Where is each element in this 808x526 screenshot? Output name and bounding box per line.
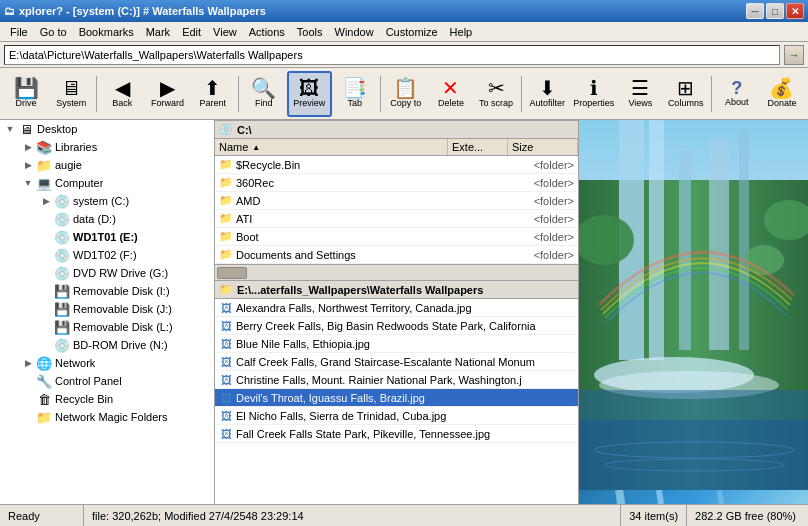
tree-item-data-d[interactable]: 💿 data (D:): [0, 210, 214, 228]
tree-item-wd1t01[interactable]: 💿 WD1T01 (E:): [0, 228, 214, 246]
properties-label: Properties: [573, 99, 614, 109]
toolbar-copyto[interactable]: 📋 Copy to: [384, 71, 428, 117]
img-icon: 🖼: [219, 391, 233, 405]
views-label: Views: [628, 99, 652, 109]
toolbar-columns[interactable]: ⊞ Columns: [664, 71, 708, 117]
toolbar-views[interactable]: ☰ Views: [618, 71, 662, 117]
expand-data-d: [38, 211, 54, 227]
menu-view[interactable]: View: [207, 24, 243, 40]
tree-item-augie[interactable]: ▶ 📁 augie: [0, 156, 214, 174]
col-size-header[interactable]: Size: [508, 139, 578, 155]
tree-item-network-magic[interactable]: 📁 Network Magic Folders: [0, 408, 214, 426]
augie-label: augie: [55, 159, 82, 171]
file-row-christine[interactable]: 🖼 Christine Falls, Mount. Rainier Nation…: [215, 371, 578, 389]
menu-help[interactable]: Help: [444, 24, 479, 40]
close-button[interactable]: ✕: [786, 3, 804, 19]
root-hscroll[interactable]: [215, 264, 578, 280]
address-input[interactable]: [4, 45, 780, 65]
file-row-fallcreek[interactable]: 🖼 Fall Creek Falls State Park, Pikeville…: [215, 425, 578, 443]
parent-icon: ⬆: [204, 78, 221, 98]
file-row-360rec[interactable]: 📁 360Rec <folder>: [215, 174, 578, 192]
expand-augie: ▶: [20, 157, 36, 173]
tree-item-desktop[interactable]: ▼ 🖥 Desktop: [0, 120, 214, 138]
toolbar-donate[interactable]: 💰 Donate: [760, 71, 804, 117]
file-row-amd[interactable]: 📁 AMD <folder>: [215, 192, 578, 210]
address-go-button[interactable]: →: [784, 45, 804, 65]
menu-window[interactable]: Window: [329, 24, 380, 40]
folder-icon: 📁: [219, 158, 233, 172]
network-magic-icon: 📁: [36, 409, 52, 425]
col-name-header[interactable]: Name ▲: [215, 139, 448, 155]
img-icon: 🖼: [219, 427, 233, 441]
toolbar-about[interactable]: ? About: [715, 71, 759, 117]
file-row-recyclebin[interactable]: 📁 $Recycle.Bin <folder>: [215, 156, 578, 174]
toolbar-preview[interactable]: 🖼 Preview: [287, 71, 332, 117]
toolbar-delete[interactable]: ✕ Delete: [429, 71, 473, 117]
file-row-devils-throat[interactable]: 🖼 Devil's Throat, Iguassu Falls, Brazil.…: [215, 389, 578, 407]
expand-system-c: ▶: [38, 193, 54, 209]
about-icon: ?: [731, 79, 742, 97]
tree-item-control-panel[interactable]: 🔧 Control Panel: [0, 372, 214, 390]
toolbar-parent[interactable]: ⬆ Parent: [191, 71, 235, 117]
toolbar-back[interactable]: ◀ Back: [100, 71, 144, 117]
tree-item-libraries[interactable]: ▶ 📚 Libraries: [0, 138, 214, 156]
menu-bookmarks[interactable]: Bookmarks: [73, 24, 140, 40]
wd1t02-icon: 💿: [54, 247, 70, 263]
toolbar-system[interactable]: 🖥 System: [49, 71, 93, 117]
forward-label: Forward: [151, 99, 184, 109]
toolbar-forward[interactable]: ▶ Forward: [145, 71, 189, 117]
recycle-icon: 🗑: [36, 391, 52, 407]
libraries-icon: 📚: [36, 139, 52, 155]
toolbar-find[interactable]: 🔍 Find: [242, 71, 286, 117]
menu-mark[interactable]: Mark: [140, 24, 176, 40]
data-d-icon: 💿: [54, 211, 70, 227]
toolbar-toscrap[interactable]: ✂ To scrap: [474, 71, 518, 117]
back-icon: ◀: [115, 78, 130, 98]
columns-icon: ⊞: [677, 78, 694, 98]
toolbar-properties[interactable]: ℹ Properties: [570, 71, 617, 117]
tree-item-rem-j[interactable]: 💾 Removable Disk (J:): [0, 300, 214, 318]
file-row-elnicho[interactable]: 🖼 El Nicho Falls, Sierra de Trinidad, Cu…: [215, 407, 578, 425]
tree-item-computer[interactable]: ▼ 💻 Computer: [0, 174, 214, 192]
file-row-ati[interactable]: 📁 ATI <folder>: [215, 210, 578, 228]
tree-item-recycle[interactable]: 🗑 Recycle Bin: [0, 390, 214, 408]
minimize-button[interactable]: ─: [746, 3, 764, 19]
menu-tools[interactable]: Tools: [291, 24, 329, 40]
app-icon: 🗂: [4, 5, 15, 17]
recycle-label: Recycle Bin: [55, 393, 113, 405]
tree-item-dvd[interactable]: 💿 DVD RW Drive (G:): [0, 264, 214, 282]
toolbar-sep-5: [711, 76, 712, 112]
tree-item-system-c[interactable]: ▶ 💿 system (C:): [0, 192, 214, 210]
tree-item-bd[interactable]: 💿 BD-ROM Drive (N:): [0, 336, 214, 354]
maximize-button[interactable]: □: [766, 3, 784, 19]
menu-actions[interactable]: Actions: [243, 24, 291, 40]
file-row-boot[interactable]: 📁 Boot <folder>: [215, 228, 578, 246]
bd-label: BD-ROM Drive (N:): [73, 339, 168, 351]
toolbar-drive[interactable]: 💾 Drive: [4, 71, 48, 117]
folder-icon: 📁: [219, 176, 233, 190]
parent-label: Parent: [200, 99, 227, 109]
tree-item-network[interactable]: ▶ 🌐 Network: [0, 354, 214, 372]
menu-edit[interactable]: Edit: [176, 24, 207, 40]
toolbar-tab[interactable]: 📑 Tab: [333, 71, 377, 117]
col-ext-header[interactable]: Exte...: [448, 139, 508, 155]
tree-item-rem-i[interactable]: 💾 Removable Disk (I:): [0, 282, 214, 300]
status-bar: Ready file: 320,262b; Modified 27/4/2548…: [0, 504, 808, 526]
menu-file[interactable]: File: [4, 24, 34, 40]
file-row-docsettings[interactable]: 📁 Documents and Settings <folder>: [215, 246, 578, 264]
network-magic-label: Network Magic Folders: [55, 411, 167, 423]
img-icon: 🖼: [219, 355, 233, 369]
file-row-bluenile[interactable]: 🖼 Blue Nile Falls, Ethiopia.jpg: [215, 335, 578, 353]
menu-customize[interactable]: Customize: [380, 24, 444, 40]
desktop-label: Desktop: [37, 123, 77, 135]
autofilter-icon: ⬇: [539, 78, 556, 98]
tree-item-wd1t02[interactable]: 💿 WD1T02 (F:): [0, 246, 214, 264]
tree-item-rem-l[interactable]: 💾 Removable Disk (L:): [0, 318, 214, 336]
file-row-calfcreek[interactable]: 🖼 Calf Creek Falls, Grand Staircase-Esca…: [215, 353, 578, 371]
dvd-icon: 💿: [54, 265, 70, 281]
copyto-label: Copy to: [390, 99, 421, 109]
file-row-alexandra[interactable]: 🖼 Alexandra Falls, Northwest Territory, …: [215, 299, 578, 317]
toolbar-autofilter[interactable]: ⬇ Autofilter: [525, 71, 569, 117]
file-row-berry[interactable]: 🖼 Berry Creek Falls, Big Basin Redwoods …: [215, 317, 578, 335]
menu-goto[interactable]: Go to: [34, 24, 73, 40]
